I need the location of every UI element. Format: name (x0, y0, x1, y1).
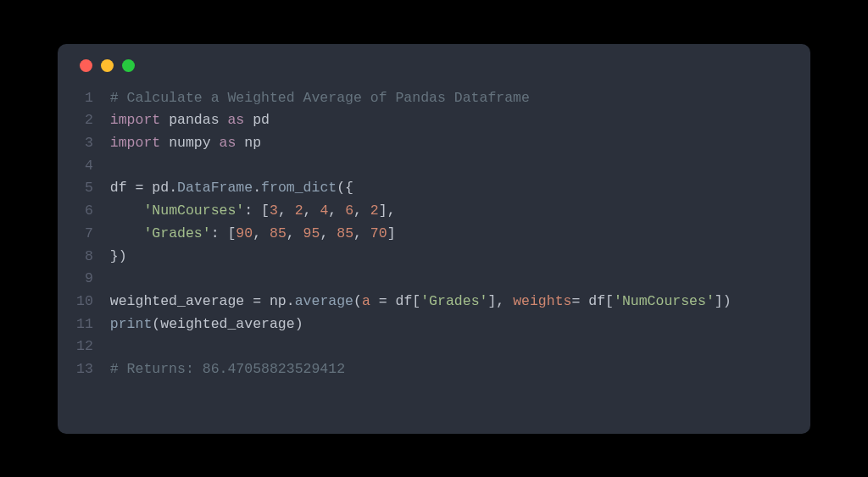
code-token: df (110, 180, 136, 196)
code-token: print (110, 316, 153, 332)
line-number: 6 (76, 200, 93, 223)
code-token: 'Grades' (420, 293, 487, 309)
code-token: pd (143, 180, 169, 196)
code-token: 95 (303, 225, 320, 241)
code-token: : [ (244, 202, 270, 219)
code-token: weighted_average (110, 293, 253, 309)
code-line: # Returns: 86.47058823529412 (110, 358, 792, 381)
code-token: pd (244, 112, 270, 128)
code-line: print(weighted_average) (110, 313, 792, 336)
code-token: # Calculate a Weighted Average of Pandas… (110, 90, 530, 106)
code-token: : [ (211, 225, 236, 241)
code-line: 'Grades': [90, 85, 95, 85, 70] (110, 223, 792, 246)
code-line: df = pd.DataFrame.from_dict({ (110, 177, 792, 200)
code-token: , (278, 202, 295, 219)
code-token: 4 (320, 202, 328, 219)
code-line: }) (110, 246, 792, 269)
code-token: = (379, 293, 387, 309)
code-token: 2 (295, 202, 303, 219)
code-token: ]) (715, 293, 732, 309)
code-token: = (571, 293, 580, 309)
code-token: df[ (580, 293, 614, 309)
code-token: average (295, 293, 353, 309)
window-controls (76, 59, 792, 72)
code-token: , (253, 225, 270, 241)
code-token: , (353, 202, 370, 219)
code-token: np (236, 135, 261, 151)
minimize-icon[interactable] (101, 59, 114, 72)
code-token: = (136, 180, 144, 196)
line-number: 10 (76, 291, 93, 313)
code-token: }) (110, 248, 127, 264)
code-token: ] (387, 225, 396, 241)
code-token: as (227, 112, 244, 128)
line-number: 3 (76, 132, 93, 155)
code-token: 3 (270, 202, 278, 219)
line-number: 8 (76, 246, 93, 269)
code-token: 2 (370, 202, 379, 219)
code-token: . (169, 180, 177, 196)
line-number: 12 (76, 336, 93, 358)
line-number: 7 (76, 223, 93, 246)
line-number: 2 (76, 109, 93, 132)
code-line (110, 155, 792, 178)
code-token: 70 (370, 225, 387, 241)
code-token: ( (353, 293, 362, 309)
line-number: 1 (76, 87, 93, 110)
code-token: 'NumCourses' (614, 293, 715, 309)
line-number: 5 (76, 177, 93, 200)
code-token: , (353, 225, 370, 241)
code-token: 'Grades' (143, 225, 210, 241)
line-number: 9 (76, 268, 93, 291)
code-token: a (362, 293, 370, 309)
code-token: # Returns: 86.47058823529412 (110, 361, 345, 377)
code-line: 'NumCourses': [3, 2, 4, 6, 2], (110, 200, 792, 223)
code-area: 12345678910111213 # Calculate a Weighted… (76, 87, 792, 381)
code-token: numpy (160, 135, 219, 151)
code-token: , (328, 202, 345, 219)
code-token: DataFrame (177, 180, 253, 196)
code-token: . (253, 180, 261, 196)
code-token: from_dict (261, 180, 337, 196)
code-token (110, 225, 144, 241)
code-token: , (303, 202, 320, 219)
code-line: import numpy as np (110, 132, 792, 155)
code-token: weights (513, 293, 571, 309)
code-line (110, 268, 792, 291)
code-editor-window: 12345678910111213 # Calculate a Weighted… (58, 44, 810, 434)
code-token: , (320, 225, 337, 241)
maximize-icon[interactable] (122, 59, 135, 72)
code-token: ({ (337, 180, 353, 196)
code-token: 6 (345, 202, 353, 219)
code-line: # Calculate a Weighted Average of Pandas… (110, 87, 792, 110)
code-token: df[ (387, 293, 421, 309)
code-token: as (220, 135, 236, 151)
code-content[interactable]: # Calculate a Weighted Average of Pandas… (110, 87, 792, 381)
code-token: np (261, 293, 287, 309)
code-token: 90 (236, 225, 253, 241)
line-number: 4 (76, 155, 93, 178)
code-token: 'NumCourses' (143, 202, 244, 219)
code-line: weighted_average = np.average(a = df['Gr… (110, 291, 792, 313)
code-line (110, 336, 792, 358)
code-token: pandas (160, 112, 227, 128)
line-number-gutter: 12345678910111213 (76, 87, 110, 381)
code-token: ], (487, 293, 513, 309)
code-token: (weighted_average) (152, 316, 303, 332)
code-token: ], (379, 202, 396, 219)
code-token: . (287, 293, 295, 309)
line-number: 11 (76, 313, 93, 336)
code-token: 85 (270, 225, 287, 241)
code-token: 85 (337, 225, 353, 241)
code-token (110, 202, 144, 219)
code-token (370, 293, 379, 309)
code-token: = (253, 293, 261, 309)
code-token: , (287, 225, 303, 241)
code-token: import (110, 135, 160, 151)
code-token: import (110, 112, 160, 128)
line-number: 13 (76, 358, 93, 381)
code-line: import pandas as pd (110, 109, 792, 132)
close-icon[interactable] (80, 59, 92, 72)
